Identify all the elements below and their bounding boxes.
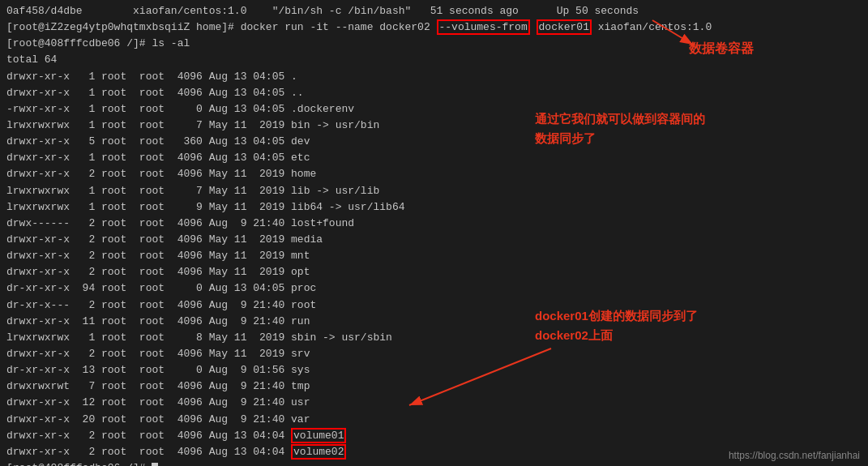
term-line-3: [root@408fffcdbe06 /]# ls -al [6,36,862,52]
term-line-15: drwxr-xr-x 2 root root 4096 May 11 2019 … [6,232,862,248]
term-line-20: drwxr-xr-x 11 root root 4096 Aug 9 21:40… [6,314,862,330]
term-line-23: dr-xr-xr-x 13 root root 0 Aug 9 01:56 sy… [6,362,862,378]
term-line-4: total 64 [6,52,862,68]
term-line-12: lrwxrwxrwx 1 root root 7 May 11 2019 lib… [6,183,862,199]
terminal-cursor [152,463,158,467]
term-line-24: drwxrwxrwt 7 root root 4096 Aug 9 21:40 … [6,378,862,395]
term-line-1: 0af458/d4dbe xiaofan/centos:1.0 "/bin/sh… [6,3,862,19]
term-line-6: drwxr-xr-x 1 root root 4096 Aug 13 04:05… [6,85,862,101]
volume02-highlight: volume02 [291,444,346,460]
term-line-5: drwxr-xr-x 1 root root 4096 Aug 13 04:05… [6,69,862,85]
term-line-11: drwxr-xr-x 2 root root 4096 May 11 2019 … [6,166,862,182]
volumes-from-highlight: --volumes-from [437,19,530,35]
term-line-2: [root@iZ2zeg4ytp0whqtmxbsqiiZ home]# doc… [6,19,862,36]
term-line-17: drwxr-xr-x 2 root root 4096 May 11 2019 … [6,264,862,280]
term-line-9: drwxr-xr-x 5 root root 360 Aug 13 04:05 … [6,134,862,150]
term-line-22: drwxr-xr-x 2 root root 4096 May 11 2019 … [6,346,862,362]
term-line-18: dr-xr-xr-x 94 root root 0 Aug 13 04:05 p… [6,280,862,297]
term-line-10: drwxr-xr-x 1 root root 4096 Aug 13 04:05… [6,150,862,166]
term-line-14: drwx------ 2 root root 4096 Aug 9 21:40 … [6,216,862,232]
volume01-highlight: volume01 [291,428,346,443]
terminal: 0af458/d4dbe xiaofan/centos:1.0 "/bin/sh… [0,0,868,466]
term-line-19: dr-xr-x--- 2 root root 4096 Aug 9 21:40 … [6,297,862,314]
term-line-25: drwxr-xr-x 12 root root 4096 Aug 9 21:40… [6,395,862,411]
term-line-8: lrwxrwxrwx 1 root root 7 May 11 2019 bin… [6,118,862,134]
term-line-7: -rwxr-xr-x 1 root root 0 Aug 13 04:05 .d… [6,101,862,118]
term-line-16: drwxr-xr-x 2 root root 4096 May 11 2019 … [6,248,862,264]
term-line-13: lrwxrwxrwx 1 root root 9 May 11 2019 lib… [6,199,862,216]
footer-link: https://blog.csdn.net/fanjianhai [729,450,860,461]
term-line-26: drwxr-xr-x 20 root root 4096 Aug 9 21:40… [6,412,862,428]
term-line-27: drwxr-xr-x 2 root root 4096 Aug 13 04:04… [6,428,862,444]
docker01-highlight: docker01 [537,19,592,35]
term-line-21: lrwxrwxrwx 1 root root 8 May 11 2019 sbi… [6,330,862,346]
